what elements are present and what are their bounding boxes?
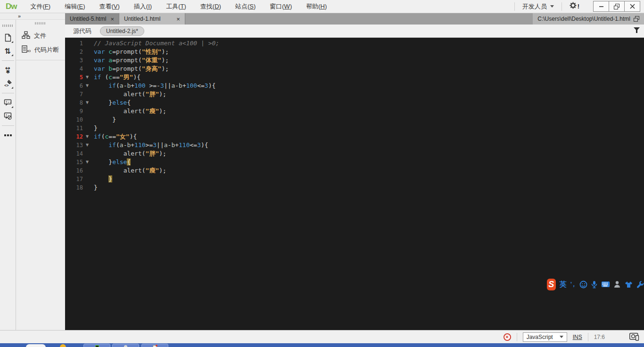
window-layout-icon[interactable] bbox=[634, 16, 639, 22]
taskbar-tray-icon[interactable] bbox=[60, 344, 66, 347]
ime-language-toggle[interactable]: 英 bbox=[560, 280, 567, 289]
fold-gutter bbox=[86, 149, 94, 158]
flyout-arrow-icon bbox=[11, 41, 13, 43]
tab-untitled-5-html[interactable]: Untitled-5.html× bbox=[65, 13, 119, 25]
apply-comment-button[interactable]: !-- bbox=[2, 97, 14, 108]
wrench-icon[interactable] bbox=[636, 281, 644, 288]
code-line[interactable]: 14 alert("胖"); bbox=[65, 149, 644, 158]
taskbar-start-button[interactable] bbox=[26, 344, 46, 347]
code-line[interactable]: 10 } bbox=[65, 116, 644, 124]
fold-marker-icon[interactable]: ▼ bbox=[86, 82, 94, 90]
ime-punctuation-toggle[interactable]: ’， bbox=[570, 281, 576, 289]
code-line[interactable]: 18} bbox=[65, 183, 644, 192]
taskbar-app-button[interactable] bbox=[112, 344, 139, 347]
account-icon[interactable]: s bbox=[614, 281, 621, 288]
fold-marker-icon[interactable]: ▼ bbox=[86, 141, 94, 149]
menu-item-2[interactable]: 查看(V) bbox=[92, 0, 127, 13]
document-tab-bar: Untitled-5.html×Untitled-1.html× C:\User… bbox=[65, 13, 644, 25]
divider bbox=[16, 60, 65, 60]
separator bbox=[561, 2, 562, 11]
filter-icon[interactable] bbox=[633, 27, 640, 35]
code-line[interactable]: 3var a=prompt("体重"); bbox=[65, 56, 644, 65]
code-line[interactable]: 1// JavaScript Document a<100 | >0; bbox=[65, 39, 644, 48]
insert-mode-indicator[interactable]: INS bbox=[573, 334, 582, 340]
code-text: if(c=="女"){ bbox=[94, 132, 137, 141]
fold-marker-icon[interactable]: ▼ bbox=[86, 132, 94, 141]
menu-item-1[interactable]: 编辑(E) bbox=[58, 0, 92, 13]
code-line[interactable]: 13▼ if(a-b+110>=3||a-b+110<=3){ bbox=[65, 141, 644, 149]
code-toolbar: ⇅ ↔✱ <> !-- bbox=[0, 20, 16, 330]
menu-item-4[interactable]: 工具(T) bbox=[159, 0, 193, 13]
close-button[interactable] bbox=[624, 1, 640, 12]
menu-item-8[interactable]: 帮助(H) bbox=[299, 0, 334, 13]
windows-taskbar[interactable] bbox=[0, 343, 644, 347]
code-line[interactable]: 4var b=prompt("身高"); bbox=[65, 65, 644, 73]
menu-item-3[interactable]: 插入(I) bbox=[127, 0, 159, 13]
panel-grip[interactable] bbox=[2, 25, 14, 27]
collapse-panels-icon[interactable]: » bbox=[18, 13, 20, 19]
wrap-tag-button[interactable]: ↔✱ bbox=[2, 65, 14, 76]
restore-button[interactable] bbox=[609, 1, 625, 12]
code-line[interactable]: 6▼ if(a-b+100 >=-3||a-b+100<=3){ bbox=[65, 82, 644, 90]
code-line[interactable]: 7 alert("胖"); bbox=[65, 90, 644, 99]
line-number: 4 bbox=[65, 65, 86, 73]
flyout-arrow-icon bbox=[11, 106, 13, 108]
code-text: // JavaScript Document a<100 | >0; bbox=[94, 39, 219, 48]
code-text: } bbox=[94, 175, 112, 183]
code-line[interactable]: 15▼ }else{ bbox=[65, 158, 644, 166]
taskbar-app-button[interactable] bbox=[83, 344, 110, 347]
app-icon bbox=[95, 345, 99, 347]
gear-icon bbox=[570, 2, 577, 11]
code-line[interactable]: 9 alert("瘦"); bbox=[65, 107, 644, 116]
keyboard-icon[interactable] bbox=[601, 281, 610, 288]
tab-close-icon[interactable]: × bbox=[176, 16, 180, 22]
snippets-panel-tab[interactable]: <> 代码片断 bbox=[16, 43, 65, 57]
line-number: 9 bbox=[65, 107, 86, 116]
sync-settings-button[interactable]: ! bbox=[567, 2, 582, 11]
related-file-button[interactable]: Untitled-2.js* bbox=[100, 26, 144, 36]
language-select[interactable]: JavaScript bbox=[523, 332, 567, 342]
menu-item-0[interactable]: 文件(F) bbox=[24, 0, 58, 13]
more-options-button[interactable] bbox=[2, 130, 14, 141]
fold-marker-icon[interactable]: ▼ bbox=[86, 158, 94, 166]
line-number: 18 bbox=[65, 183, 86, 192]
panel-grip[interactable] bbox=[35, 22, 46, 25]
status-bar: ✕ JavaScript INS 17:6 bbox=[0, 330, 644, 343]
remove-comment-button[interactable]: !- bbox=[2, 110, 14, 122]
menu-item-7[interactable]: 窗口(W) bbox=[263, 0, 299, 13]
fold-marker-icon[interactable]: ▼ bbox=[86, 73, 94, 82]
workspace-switcher[interactable]: 开发人员 bbox=[520, 2, 557, 11]
preview-devices-icon[interactable] bbox=[629, 333, 639, 341]
code-text: var b=prompt("身高"); bbox=[94, 65, 169, 73]
left-dock: ⇅ ↔✱ <> !-- bbox=[0, 20, 65, 330]
open-documents-button[interactable] bbox=[2, 32, 14, 43]
code-line[interactable]: 2var c=prompt("性别"); bbox=[65, 48, 644, 56]
language-value: JavaScript bbox=[527, 334, 553, 340]
file-management-button[interactable]: ⇅ bbox=[2, 45, 14, 57]
chevron-down-icon bbox=[550, 5, 554, 8]
skin-icon[interactable] bbox=[625, 281, 633, 288]
taskbar-app-button[interactable] bbox=[141, 344, 168, 347]
sogou-logo[interactable]: S bbox=[547, 279, 556, 290]
emoji-icon[interactable] bbox=[579, 281, 587, 289]
source-code-button[interactable]: 源代码 bbox=[73, 27, 91, 35]
files-panel-tab[interactable]: 文件 bbox=[16, 29, 65, 43]
code-line[interactable]: 8▼ }else{ bbox=[65, 99, 644, 107]
code-line[interactable]: 17 } bbox=[65, 175, 644, 183]
format-source-button[interactable]: <> bbox=[2, 78, 14, 89]
tab-untitled-1-html[interactable]: Untitled-1.html× bbox=[119, 13, 185, 25]
minimize-button[interactable] bbox=[593, 1, 609, 12]
fold-marker-icon[interactable]: ▼ bbox=[86, 99, 94, 107]
menu-item-5[interactable]: 查找(D) bbox=[193, 0, 228, 13]
menu-item-6[interactable]: 站点(S) bbox=[228, 0, 263, 13]
error-indicator-icon[interactable]: ✕ bbox=[504, 333, 511, 341]
code-line[interactable]: 11} bbox=[65, 124, 644, 132]
code-line[interactable]: 12▼if(c=="女"){ bbox=[65, 132, 644, 141]
separator bbox=[514, 2, 515, 11]
microphone-icon[interactable] bbox=[591, 281, 597, 289]
code-line[interactable]: 5▼if (c=="男"){ bbox=[65, 73, 644, 82]
line-number: 12 bbox=[65, 132, 86, 141]
code-text: alert("瘦"); bbox=[94, 166, 166, 175]
code-line[interactable]: 16 alert("瘦"); bbox=[65, 166, 644, 175]
tab-close-icon[interactable]: × bbox=[110, 16, 114, 22]
